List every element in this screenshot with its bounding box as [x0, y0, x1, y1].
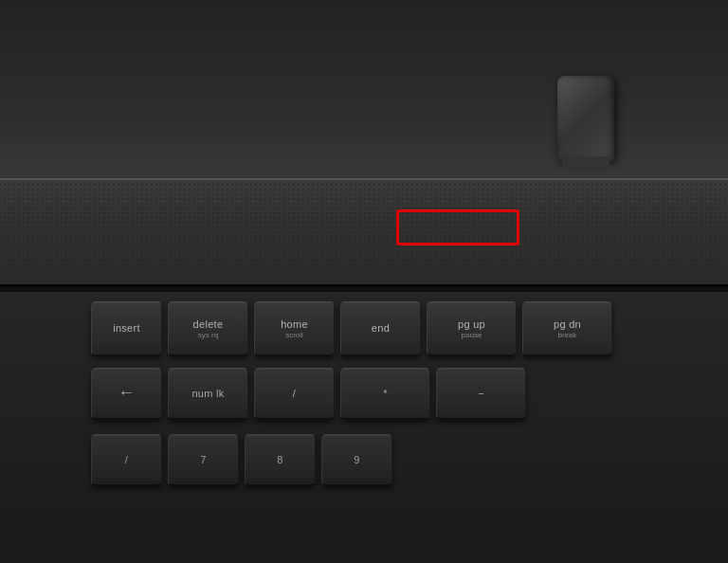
laptop-top-area	[0, 0, 728, 190]
key-row-2: ← num lk / * −	[0, 368, 728, 420]
numpad-7-key[interactable]: 7	[168, 434, 239, 486]
numpad-star-key[interactable]: *	[340, 368, 430, 420]
numpad-9-key[interactable]: 9	[321, 434, 392, 486]
bottom-slash-key[interactable]: /	[91, 434, 162, 486]
keyboard-area: insert delete sys rq home scroll end pg …	[0, 289, 728, 563]
hinge-clip	[557, 76, 614, 161]
grille-dots	[0, 180, 728, 289]
num-lock-key[interactable]: num lk	[168, 368, 248, 420]
end-key[interactable]: end	[340, 301, 421, 356]
numpad-8-key[interactable]: 8	[245, 434, 316, 486]
key-row-3: / 7 8 9	[0, 434, 728, 486]
home-key[interactable]: home scroll	[254, 301, 335, 356]
insert-key[interactable]: insert	[91, 301, 162, 356]
page-down-key[interactable]: pg dn break	[522, 301, 612, 356]
delete-key[interactable]: delete sys rq	[168, 301, 248, 356]
numpad-minus-key[interactable]: −	[436, 368, 526, 420]
numpad-slash-key[interactable]: /	[254, 368, 335, 420]
arrow-left-key[interactable]: ←	[91, 368, 162, 420]
laptop-scene: 🌐 ((·)) insert delete sys rq home scroll	[0, 0, 728, 563]
speaker-panel: 🌐 ((·))	[0, 178, 728, 287]
page-up-key[interactable]: pg up pause	[427, 301, 517, 356]
key-row-nav: insert delete sys rq home scroll end pg …	[0, 301, 728, 356]
